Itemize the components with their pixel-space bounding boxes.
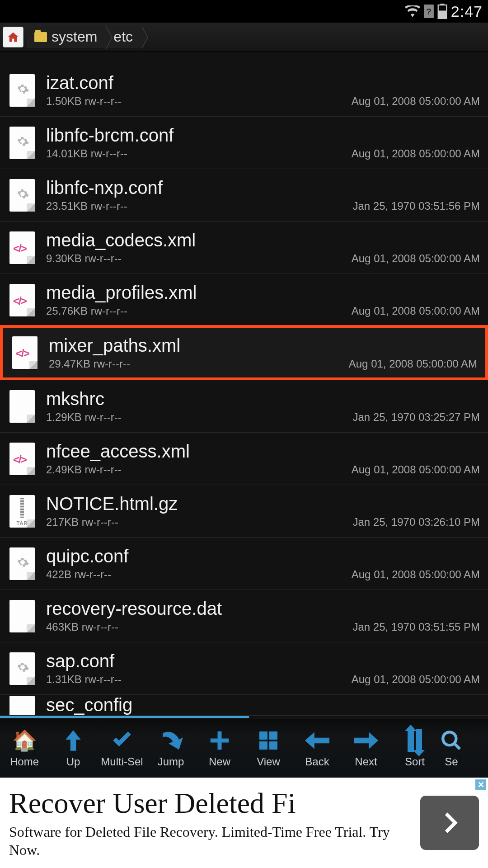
file-type-icon bbox=[8, 547, 36, 581]
toolbar-home-button[interactable]: 🏠 Home bbox=[0, 718, 49, 778]
file-date: Jan 25, 1970 03:51:55 PM bbox=[352, 621, 480, 633]
file-type-icon: TAR bbox=[8, 494, 36, 528]
toolbar-label: Home bbox=[10, 755, 39, 768]
file-name: NOTICE.html.gz bbox=[46, 494, 480, 514]
file-size-perm: 422B rw-r--r-- bbox=[46, 568, 111, 581]
file-size-perm: 463KB rw-r--r-- bbox=[46, 621, 118, 633]
file-row[interactable]: </> mixer_paths.xml 29.47KB rw-r--r-- Au… bbox=[0, 325, 488, 380]
signal-unknown-icon: ? bbox=[424, 5, 434, 18]
breadcrumb-home[interactable] bbox=[3, 27, 23, 47]
toolbar-label: Sort bbox=[405, 755, 425, 768]
file-type-icon: </> bbox=[8, 231, 36, 265]
file-size-perm: 23.51KB rw-r--r-- bbox=[46, 200, 127, 212]
file-type-icon bbox=[8, 73, 36, 108]
breadcrumb-segment-system[interactable]: system bbox=[27, 26, 105, 48]
ad-close-button[interactable]: ✕ bbox=[475, 779, 486, 790]
toolbar-new-button[interactable]: New bbox=[195, 718, 244, 778]
file-type-icon: </> bbox=[8, 283, 36, 317]
file-type-icon bbox=[8, 651, 36, 686]
file-type-icon: </> bbox=[8, 442, 36, 476]
svg-point-10 bbox=[443, 732, 456, 745]
toolbar-label: View bbox=[257, 755, 280, 768]
ad-cta-button[interactable] bbox=[420, 796, 479, 850]
svg-rect-8 bbox=[259, 741, 267, 750]
chevron-right-icon bbox=[436, 809, 463, 836]
ad-page-dots bbox=[234, 858, 254, 864]
toolbar-multisel-button[interactable]: Multi-Sel bbox=[98, 718, 146, 778]
file-row[interactable]: izat.conf 1.50KB rw-r--r-- Aug 01, 2008 … bbox=[0, 64, 488, 117]
ad-title: Recover User Deleted Fi bbox=[9, 787, 411, 820]
search-icon bbox=[439, 728, 464, 753]
svg-rect-7 bbox=[269, 731, 277, 740]
grid-icon bbox=[256, 728, 281, 753]
jump-icon bbox=[159, 728, 183, 753]
toolbar-jump-button[interactable]: Jump bbox=[146, 718, 195, 778]
file-row[interactable]: recovery-resource.dat 463KB rw-r--r-- Ja… bbox=[0, 590, 488, 642]
file-date: Aug 01, 2008 05:00:00 AM bbox=[352, 463, 480, 476]
file-type-icon bbox=[8, 599, 36, 633]
breadcrumb-label: etc bbox=[113, 28, 133, 45]
file-name: recovery-resource.dat bbox=[46, 599, 480, 619]
battery-icon: 59 bbox=[437, 4, 447, 19]
toolbar-label: Next bbox=[355, 755, 377, 768]
arrow-up-icon bbox=[61, 728, 85, 753]
dot bbox=[248, 858, 254, 864]
file-list[interactable]: izat.conf 1.50KB rw-r--r-- Aug 01, 2008 … bbox=[0, 52, 488, 716]
status-time: 2:47 bbox=[451, 3, 483, 20]
ad-banner[interactable]: Recover User Deleted Fi Software for Del… bbox=[0, 778, 488, 868]
file-row-partial[interactable] bbox=[0, 52, 488, 64]
toolbar-up-button[interactable]: Up bbox=[49, 718, 98, 778]
folder-icon bbox=[34, 32, 47, 42]
toolbar-search-button[interactable]: Se bbox=[439, 718, 464, 778]
file-date: Aug 01, 2008 05:00:00 AM bbox=[352, 673, 480, 686]
svg-rect-6 bbox=[259, 731, 267, 740]
toolbar-label: Multi-Sel bbox=[101, 755, 143, 768]
file-row[interactable]: TAR NOTICE.html.gz 217KB rw-r--r-- Jan 2… bbox=[0, 485, 488, 538]
svg-rect-4 bbox=[438, 10, 447, 19]
scroll-indicator bbox=[0, 716, 488, 718]
file-size-perm: 1.31KB rw-r--r-- bbox=[46, 673, 122, 686]
file-size-perm: 217KB rw-r--r-- bbox=[46, 516, 118, 528]
toolbar-view-button[interactable]: View bbox=[244, 718, 293, 778]
file-type-icon: </> bbox=[11, 335, 39, 370]
check-icon bbox=[110, 728, 134, 753]
file-name: libnfc-nxp.conf bbox=[46, 178, 480, 198]
file-date: Aug 01, 2008 05:00:00 AM bbox=[352, 305, 480, 317]
file-row[interactable]: </> media_profiles.xml 25.76KB rw-r--r--… bbox=[0, 274, 488, 326]
file-date: Jan 25, 1970 03:25:27 PM bbox=[352, 411, 480, 424]
file-row[interactable]: sap.conf 1.31KB rw-r--r-- Aug 01, 2008 0… bbox=[0, 642, 488, 695]
toolbar-label: New bbox=[209, 755, 230, 768]
toolbar-label: Se bbox=[445, 755, 458, 768]
file-size-perm: 29.47KB rw-r--r-- bbox=[49, 358, 130, 370]
file-date: Jan 25, 1970 03:51:56 PM bbox=[352, 200, 480, 212]
toolbar-sort-button[interactable]: Sort bbox=[390, 718, 439, 778]
breadcrumb: system etc bbox=[0, 23, 488, 52]
file-size-perm: 1.29KB rw-r--r-- bbox=[46, 411, 122, 424]
file-row[interactable]: sec_config bbox=[0, 695, 488, 716]
arrow-right-icon bbox=[354, 728, 378, 753]
file-size-perm: 14.01KB rw-r--r-- bbox=[46, 147, 127, 160]
svg-rect-9 bbox=[269, 741, 277, 750]
file-row[interactable]: </> nfcee_access.xml 2.49KB rw-r--r-- Au… bbox=[0, 433, 488, 485]
file-type-icon bbox=[8, 695, 36, 716]
file-date: Aug 01, 2008 05:00:00 AM bbox=[352, 95, 480, 108]
file-name: sap.conf bbox=[46, 651, 480, 671]
file-row[interactable]: libnfc-nxp.conf 23.51KB rw-r--r-- Jan 25… bbox=[0, 169, 488, 222]
file-row[interactable]: </> media_codecs.xml 9.30KB rw-r--r-- Au… bbox=[0, 222, 488, 274]
file-name: mkshrc bbox=[46, 389, 480, 409]
file-name: mixer_paths.xml bbox=[49, 335, 477, 356]
wifi-icon bbox=[405, 5, 420, 17]
file-row[interactable]: libnfc-brcm.conf 14.01KB rw-r--r-- Aug 0… bbox=[0, 117, 488, 169]
ad-subtitle: Software for Deleted File Recovery. Limi… bbox=[9, 823, 411, 859]
file-row[interactable]: quipc.conf 422B rw-r--r-- Aug 01, 2008 0… bbox=[0, 538, 488, 590]
file-type-icon bbox=[8, 126, 36, 160]
file-date: Aug 01, 2008 05:00:00 AM bbox=[352, 252, 480, 265]
toolbar-back-button[interactable]: Back bbox=[293, 718, 342, 778]
file-row[interactable]: mkshrc 1.29KB rw-r--r-- Jan 25, 1970 03:… bbox=[0, 380, 488, 433]
toolbar-next-button[interactable]: Next bbox=[342, 718, 390, 778]
file-name: izat.conf bbox=[46, 73, 480, 93]
file-date: Jan 25, 1970 03:26:10 PM bbox=[352, 516, 480, 528]
file-date: Aug 01, 2008 05:00:00 AM bbox=[352, 147, 480, 160]
file-name: media_profiles.xml bbox=[46, 283, 480, 303]
toolbar-label: Jump bbox=[158, 755, 184, 768]
